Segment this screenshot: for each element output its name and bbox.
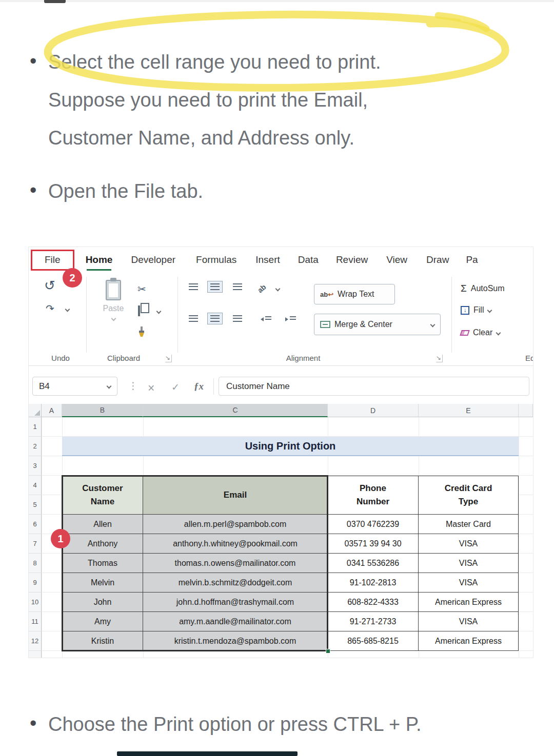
enter-icon[interactable]: ✓ [171,382,180,392]
redo-chevron-icon[interactable] [65,307,70,312]
cell-phone[interactable]: 608-822-4333 [328,592,419,612]
undo-icon[interactable]: ↺ [44,279,55,292]
cell-name[interactable]: Amy [62,612,143,631]
tab-data[interactable]: Data [298,254,319,265]
cancel-icon[interactable]: × [148,382,154,394]
table-header-customer-name[interactable]: Customer Name [62,476,143,515]
cell-card[interactable]: VISA [419,612,519,631]
tab-file[interactable]: File [45,254,61,265]
cell-card[interactable]: Master Card [419,515,519,534]
column-header-c[interactable]: C [143,404,328,417]
cell-phone[interactable]: 865-685-8215 [328,631,419,651]
increase-indent-icon[interactable] [283,314,298,324]
row-header[interactable]: 9 [29,573,42,592]
cut-icon[interactable]: ✂ [137,284,146,294]
tab-home[interactable]: Home [86,254,113,265]
cell-name[interactable]: Melvin [62,573,143,592]
merge-center-button[interactable]: Merge & Center [314,314,441,335]
decrease-indent-icon[interactable] [259,314,273,324]
row-header[interactable]: 2 [29,437,42,456]
cell-phone[interactable]: 03571 39 94 30 [328,534,419,554]
cell-email[interactable]: john.d.hoffman@trashymail.com [143,592,328,612]
cell-name[interactable]: Allen [62,515,143,534]
row-header[interactable]: 1 [29,417,42,437]
autosum-button[interactable]: Σ AutoSum [461,283,505,294]
row-header[interactable]: 7 [29,534,42,554]
column-header-e[interactable]: E [419,404,519,417]
wrap-text-button[interactable]: ab↩ Wrap Text [314,284,395,304]
red-box-annotation: File [31,250,74,271]
cell-card[interactable]: VISA [419,534,519,554]
tab-insert[interactable]: Insert [255,254,280,265]
tab-page-layout-cropped[interactable]: Pa [466,254,478,265]
cell-phone[interactable]: 91-271-2733 [328,612,419,631]
select-all-corner[interactable] [29,404,42,417]
tab-draw[interactable]: Draw [426,254,449,265]
clear-label: Clear [473,328,492,337]
row-header[interactable]: 13 [29,651,42,658]
tab-view[interactable]: View [386,254,407,265]
column-header-d[interactable]: D [328,404,419,417]
fill-icon: ↓ [461,306,469,315]
alignment-dialog-launcher-icon[interactable]: ↘ [436,355,443,362]
row-header[interactable]: 8 [29,554,42,573]
clear-button[interactable]: Clear [461,328,500,337]
cell-card[interactable]: VISA [419,554,519,573]
formula-bar: B4 ⋮ × ✓ ƒx Customer Name [29,370,533,403]
table-header-phone-number[interactable]: Phone Number [328,476,419,515]
align-left-icon[interactable] [186,313,201,324]
tab-developer[interactable]: Developer [131,254,175,265]
cell-name[interactable]: John [62,592,143,612]
cell-phone[interactable]: 91-102-2813 [328,573,419,592]
cell-card[interactable]: VISA [419,573,519,592]
tab-review[interactable]: Review [336,254,368,265]
row-header[interactable]: 12 [29,631,42,651]
orientation-icon[interactable]: ab [258,284,266,293]
table-header-credit-card-type[interactable]: Credit Card Type [419,476,519,515]
row-header[interactable]: 6 [29,515,42,534]
cell-name[interactable]: Thomas [62,554,143,573]
clipboard-dialog-launcher-icon[interactable]: ↘ [165,355,172,362]
align-center-icon[interactable] [207,313,223,324]
align-middle-icon[interactable] [207,281,223,293]
format-painter-icon[interactable] [135,326,148,338]
cell-email[interactable]: kristin.t.mendoza@spambob.com [143,631,328,651]
row-header[interactable]: 3 [29,456,42,476]
name-box[interactable]: B4 [32,377,117,396]
fill-handle[interactable] [326,649,330,653]
cell-card[interactable]: American Express [419,631,519,651]
row-header[interactable]: 5 [29,495,42,515]
sheet-title-cell[interactable]: Using Print Option [62,437,519,456]
insert-function-icon[interactable]: ƒx [194,381,204,391]
cell-email[interactable]: allen.m.perl@spambob.com [143,515,328,534]
formula-value: Customer Name [226,381,290,392]
excel-screenshot: File Home Developer Formulas Insert Data… [28,247,533,658]
table-header-email[interactable]: Email [143,476,328,515]
cell-email[interactable]: thomas.n.owens@mailinator.com [143,554,328,573]
tab-formulas[interactable]: Formulas [196,254,236,265]
cell-name[interactable]: Kristin [62,631,143,651]
cell-email[interactable]: amy.m.aandle@mailinator.com [143,612,328,631]
column-header-partial[interactable] [519,404,533,417]
row-header[interactable]: 11 [29,612,42,631]
column-header-a[interactable]: A [42,404,62,417]
cell-email[interactable]: melvin.b.schmitz@dodgeit.com [143,573,328,592]
cell-card[interactable]: American Express [419,592,519,612]
paste-button[interactable]: Paste [95,280,131,320]
row-header[interactable]: 4 [29,476,42,495]
formula-input[interactable]: Customer Name [219,377,529,396]
fill-button[interactable]: ↓ Fill [461,305,491,315]
orientation-chevron-icon[interactable] [275,287,281,292]
redo-icon[interactable]: ↷ [46,303,54,314]
align-top-icon[interactable] [186,281,201,293]
row-header[interactable]: 10 [29,592,42,612]
copy-chevron-icon[interactable] [156,309,162,314]
align-bottom-icon[interactable] [230,281,245,293]
column-header-b[interactable]: B [62,404,143,417]
copy-icon[interactable] [138,305,140,316]
cell-name[interactable]: Anthony [62,534,143,554]
align-right-icon[interactable] [230,313,245,324]
cell-phone[interactable]: 0341 5536286 [328,554,419,573]
cell-email[interactable]: anthony.h.whitney@pookmail.com [143,534,328,554]
cell-phone[interactable]: 0370 4762239 [328,515,419,534]
